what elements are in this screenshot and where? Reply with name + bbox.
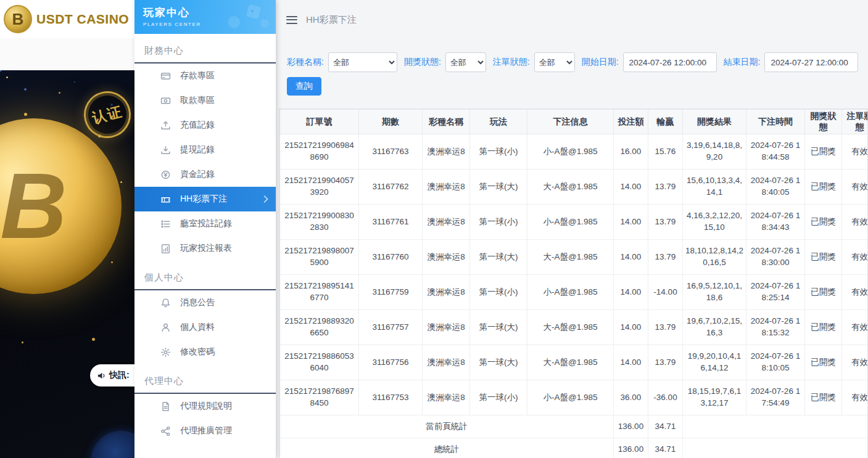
- sidebar-item-label: 代理規則說明: [180, 401, 232, 412]
- list-record-icon: [160, 219, 171, 229]
- withdraw-money-icon: [160, 96, 171, 106]
- column-header-period: 期數: [359, 110, 423, 134]
- cell-period: 31167760: [359, 240, 423, 275]
- order-status-select[interactable]: 全部: [534, 52, 575, 72]
- totals-empty-cell: [683, 438, 868, 458]
- search-button[interactable]: 查詢: [287, 77, 321, 96]
- sidebar-item-label: 資金記錄: [180, 169, 215, 180]
- share-icon: [160, 426, 171, 436]
- bets-table-container: 訂單號期數彩種名稱玩法下注信息投注額輸贏開獎結果下注時間開獎狀態注單狀態 215…: [279, 108, 868, 458]
- cell-draw-result: 18,10,12,8,14,20,16,5: [683, 240, 746, 275]
- cell-bet-time: 2024-07-26 18:30:00: [746, 240, 805, 275]
- brand-logo[interactable]: B USDT CASINO: [0, 0, 134, 38]
- section-title-agent: 代理中心: [134, 369, 276, 394]
- draw-status-select[interactable]: 全部: [445, 52, 486, 72]
- cell-draw-result: 4,16,3,2,12,20,15,10: [683, 205, 746, 240]
- cell-order-status: 有效: [842, 275, 868, 310]
- cell-period: 31167763: [359, 134, 423, 170]
- recharge-record-icon: [160, 120, 171, 131]
- sidebar-item-deposit[interactable]: 存款專區: [134, 63, 276, 88]
- cell-bet-info: 大-A盤@1.985: [527, 345, 614, 380]
- sidebar-item-profile[interactable]: 個人資料: [134, 315, 276, 340]
- table-row: 215217219900830283031167761澳洲幸运8第一球(小)小-…: [280, 205, 868, 240]
- chevron-right-icon: [263, 195, 268, 203]
- promo-background: B USDT CASINO B 认证 快訊:: [0, 0, 134, 458]
- cell-lottery-name: 澳洲幸运8: [423, 240, 470, 275]
- start-date-input[interactable]: [623, 52, 717, 72]
- cell-bet-time: 2024-07-26 18:44:58: [746, 134, 805, 170]
- sidebar-item-withdraw[interactable]: 取款專區: [134, 88, 276, 113]
- column-header-order-status: 注單狀態: [842, 110, 868, 134]
- column-header-win-loss: 輸贏: [648, 110, 683, 134]
- lottery-name-label: 彩種名稱:: [287, 57, 324, 68]
- sidebar-item-label: 取款專區: [180, 95, 215, 106]
- report-chart-icon: [160, 243, 171, 254]
- sidebar-item-change-password[interactable]: 修改密碼: [134, 340, 276, 364]
- cell-win-loss: 15.76: [648, 134, 683, 170]
- totals-bet-amount: 136.00: [614, 438, 648, 458]
- sidebar-item-player-bet-report[interactable]: 玩家投注報表: [134, 236, 276, 261]
- sidebar-item-agent-promotion[interactable]: 代理推廣管理: [134, 419, 276, 443]
- lottery-ticket-icon: [160, 194, 171, 205]
- table-row: 215217219906984869031167763澳洲幸运8第一球(小)小-…: [280, 134, 868, 170]
- cell-order-status: 有效: [842, 134, 868, 170]
- sidebar-item-messages[interactable]: 消息公告: [134, 290, 276, 315]
- totals-win-loss: 34.71: [648, 415, 683, 438]
- sidebar-item-withdraw-record[interactable]: 提現記錄: [134, 137, 276, 162]
- filter-bar: 彩種名稱: 全部 開獎狀態: 全部 注單狀態: 全部 開始日期: 結束日期:: [276, 39, 868, 72]
- sidebar-item-recharge-record[interactable]: 充值記錄: [134, 113, 276, 137]
- lottery-name-select[interactable]: 全部: [328, 52, 397, 72]
- cell-order-no: 2152172198951416770: [280, 275, 359, 310]
- sidebar-subtitle: PLAYERS CENTER: [143, 22, 276, 27]
- cell-draw-status: 已開獎: [805, 170, 842, 205]
- cell-win-loss: 13.79: [648, 345, 683, 380]
- end-date-input[interactable]: [764, 52, 858, 72]
- totals-label: 當前頁統計: [280, 415, 614, 438]
- cell-order-no: 2152172199069848690: [280, 134, 359, 170]
- cell-bet-info: 小-A盤@1.985: [527, 134, 614, 170]
- button-row: 查詢: [276, 72, 868, 96]
- cell-bet-amount: 16.00: [614, 134, 648, 170]
- funds-record-icon: [160, 170, 171, 180]
- sidebar-item-hh-lottery-bets[interactable]: HH彩票下注: [134, 187, 276, 211]
- column-header-bet-info: 下注信息: [527, 110, 614, 134]
- cell-draw-status: 已開獎: [805, 310, 842, 345]
- cell-lottery-name: 澳洲幸运8: [423, 134, 470, 170]
- cell-period: 31167759: [359, 275, 423, 310]
- cell-play-type: 第一球(小): [470, 380, 527, 415]
- cell-order-no: 2152172198768978450: [280, 380, 359, 415]
- cell-order-status: 有效: [842, 310, 868, 345]
- cell-order-no: 2152172198860536040: [280, 345, 359, 380]
- floating-service-button[interactable]: [91, 431, 134, 458]
- cell-lottery-name: 澳洲幸运8: [423, 380, 470, 415]
- sidebar-item-funds-record[interactable]: 資金記錄: [134, 162, 276, 187]
- order-status-label: 注單狀態:: [493, 57, 530, 68]
- cell-draw-status: 已開獎: [805, 240, 842, 275]
- withdraw-record-icon: [160, 145, 171, 155]
- sidebar-item-label: 玩家投注報表: [180, 243, 232, 254]
- sidebar-item-agent-rules[interactable]: 代理規則說明: [134, 394, 276, 419]
- column-header-play-type: 玩法: [470, 110, 527, 134]
- banner-gap: [0, 38, 134, 70]
- cell-play-type: 第一球(小): [470, 134, 527, 170]
- bitcoin-scene: B 认证 快訊:: [0, 70, 134, 458]
- sidebar-item-hall-bet-record[interactable]: 廳室投註記錄: [134, 211, 276, 236]
- table-row: 215217219898007590031167760澳洲幸运8第一球(大)大-…: [280, 240, 868, 275]
- totals-row: 當前頁統計136.0034.71: [280, 415, 868, 438]
- players-center-header: 玩家中心 PLAYERS CENTER: [134, 0, 276, 34]
- certified-badge: 认证: [79, 86, 134, 143]
- cell-bet-amount: 14.00: [614, 275, 648, 310]
- sidebar-item-label: 充值記錄: [180, 120, 215, 131]
- cell-win-loss: 13.79: [648, 205, 683, 240]
- cell-draw-result: 3,19,6,14,18,8,9,20: [683, 134, 746, 170]
- cell-draw-result: 19,6,7,10,2,15,16,3: [683, 310, 746, 345]
- cell-win-loss: -36.00: [648, 380, 683, 415]
- menu-toggle-icon[interactable]: [286, 16, 297, 24]
- user-icon: [160, 322, 171, 333]
- totals-win-loss: 34.71: [648, 438, 683, 458]
- cell-order-no: 2152172199008302830: [280, 205, 359, 240]
- column-header-bet-amount: 投注額: [614, 110, 648, 134]
- news-ticker: 快訊:: [90, 364, 134, 386]
- cell-order-status: 有效: [842, 170, 868, 205]
- cell-bet-info: 大-A盤@1.985: [527, 310, 614, 345]
